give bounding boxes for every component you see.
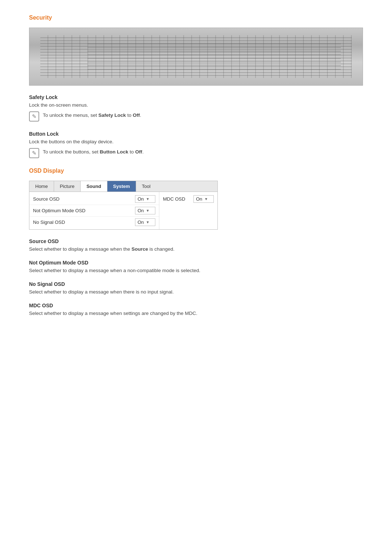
safety-lock-bold-2: Off [133,112,140,118]
source-osd-value: On [138,196,144,202]
tab-system[interactable]: System [107,181,136,192]
not-optimum-osd-label: Not Optimum Mode OSD [33,208,135,213]
not-optimum-osd-select[interactable]: On ▼ [135,207,155,214]
no-signal-osd-arrow-icon: ▼ [146,220,153,224]
source-osd-section-title: Source OSD [29,238,363,244]
tab-sound[interactable]: Sound [81,181,107,192]
no-signal-osd-section-title: No Signal OSD [29,281,363,287]
mdc-osd-value: On [196,196,203,202]
not-optimum-osd-row: Not Optimum Mode OSD On ▼ [29,205,159,217]
source-osd-section: Source OSD Select whether to display a m… [29,238,363,252]
mdc-osd-section-title: MDC OSD [29,303,363,308]
osd-display-section-title: OSD Display [29,168,363,174]
mdc-osd-label: MDC OSD [163,196,193,202]
tab-picture[interactable]: Picture [54,181,81,192]
not-optimum-osd-section-desc: Select whether to display a message when… [29,268,363,273]
source-osd-select[interactable]: On ▼ [135,195,155,203]
safety-lock-note-text: To unlock the menus, set Safety Lock to … [43,111,141,118]
note-icon-button: ✎ [29,148,39,158]
osd-tab-row: Home Picture Sound System Tool [29,181,217,192]
source-osd-desc-bold: Source [131,246,148,252]
safety-lock-bold-1: Safety Lock [98,112,126,118]
source-osd-desc-before: Select whether to display a message when… [29,246,131,252]
button-lock-note-text: To unlock the buttons, set Button Lock t… [43,148,144,155]
not-optimum-osd-value: On [138,208,144,213]
tab-tool[interactable]: Tool [136,181,156,192]
button-lock-title: Button Lock [29,131,363,137]
mdc-osd-arrow-icon: ▼ [204,197,211,201]
osd-display-table: Home Picture Sound System Tool Source OS… [29,181,218,230]
security-screenshot [29,28,363,86]
no-signal-osd-label: No Signal OSD [33,219,135,225]
source-osd-desc-after: is changed. [148,246,175,252]
osd-left-panel: Source OSD On ▼ Not Optimum Mode OSD On … [29,192,159,229]
not-optimum-osd-section-title: Not Optimum Mode OSD [29,260,363,266]
mdc-osd-section: MDC OSD Select whether to display a mess… [29,303,363,316]
tab-home[interactable]: Home [29,181,54,192]
mdc-osd-select[interactable]: On ▼ [193,195,214,203]
mdc-osd-section-desc: Select whether to display a message when… [29,311,363,316]
no-signal-osd-value: On [138,219,144,225]
safety-lock-note-box: ✎ To unlock the menus, set Safety Lock t… [29,111,363,122]
no-signal-osd-section: No Signal OSD Select whether to display … [29,281,363,295]
button-lock-description: Lock the buttons on the display device. [29,139,363,144]
osd-right-panel: MDC OSD On ▼ [159,192,217,229]
osd-body: Source OSD On ▼ Not Optimum Mode OSD On … [29,192,217,229]
security-section-title: Security [29,15,363,21]
source-osd-arrow-icon: ▼ [146,197,153,201]
mdc-osd-row: MDC OSD On ▼ [159,193,217,205]
button-lock-note-box: ✎ To unlock the buttons, set Button Lock… [29,148,363,158]
source-osd-label: Source OSD [33,196,135,202]
source-osd-section-desc: Select whether to display a message when… [29,246,363,252]
not-optimum-osd-arrow-icon: ▼ [146,209,153,213]
button-lock-bold-1: Button Lock [100,149,128,155]
note-icon-safety: ✎ [29,111,39,122]
button-lock-bold-2: Off [135,149,142,155]
no-signal-osd-section-desc: Select whether to display a message when… [29,289,363,295]
source-osd-row: Source OSD On ▼ [29,193,159,205]
safety-lock-title: Safety Lock [29,94,363,100]
not-optimum-osd-section: Not Optimum Mode OSD Select whether to d… [29,260,363,273]
no-signal-osd-row: No Signal OSD On ▼ [29,217,159,228]
no-signal-osd-select[interactable]: On ▼ [135,218,155,226]
safety-lock-description: Lock the on-screen menus. [29,102,363,108]
